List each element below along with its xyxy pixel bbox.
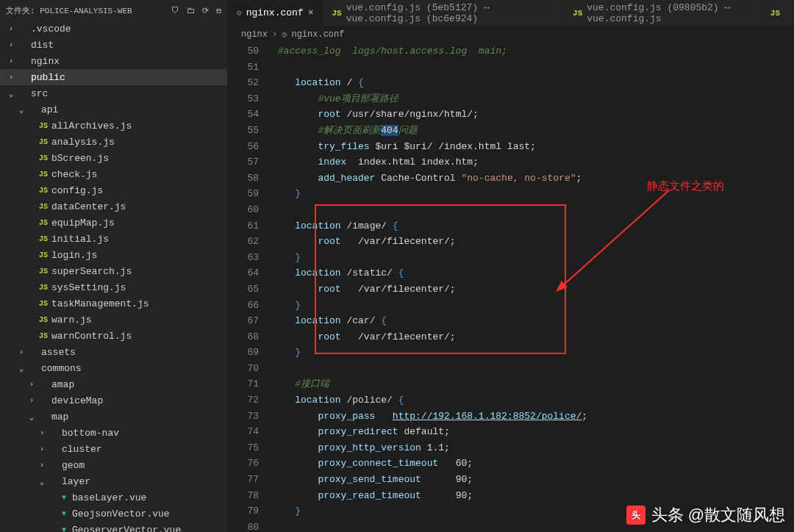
editor-tab[interactable]: ⚙nginx.conf× bbox=[228, 0, 323, 26]
editor-tab[interactable]: JSvue.config.js (5eb5127) ↔ vue.config.j… bbox=[323, 0, 564, 26]
line-number: 79 bbox=[228, 503, 259, 520]
line-number: 57 bbox=[228, 154, 259, 170]
code-line[interactable]: location /police/ { bbox=[272, 392, 794, 409]
code-line[interactable]: location /image/ { bbox=[272, 218, 794, 234]
tree-item[interactable]: ⌄map bbox=[0, 409, 227, 425]
code-line[interactable]: root /usr/share/nginx/html/; bbox=[272, 107, 794, 123]
code-line[interactable]: index index.html index.htm; bbox=[272, 154, 794, 170]
code-line[interactable]: location /static/ { bbox=[272, 265, 794, 281]
line-number: 53 bbox=[228, 91, 259, 107]
tree-item[interactable]: ›public bbox=[0, 69, 227, 85]
tree-item[interactable]: ›cluster bbox=[0, 441, 227, 457]
code-line[interactable] bbox=[272, 361, 794, 377]
code-line[interactable] bbox=[272, 60, 794, 76]
code-line[interactable]: #vue项目部署路径 bbox=[272, 91, 794, 107]
js-file-icon: JS bbox=[770, 9, 780, 18]
tree-item[interactable]: JSwarn.js bbox=[0, 312, 227, 328]
tree-item[interactable]: ›geom bbox=[0, 457, 227, 473]
tree-item[interactable]: JSlogin.js bbox=[0, 247, 227, 263]
tree-item[interactable]: JSallArchives.js bbox=[0, 118, 227, 134]
sidebar-actions: ⛉ 🗀 ⟳ ⊟ bbox=[171, 6, 221, 15]
code-line[interactable]: proxy_pass http://192.168.1.182:8852/pol… bbox=[272, 409, 794, 425]
tab-label: vue.config.js (09805b2) ↔ vue.config.js bbox=[587, 2, 752, 24]
code-line[interactable]: #access_log logs/host.access.log main; bbox=[272, 43, 794, 60]
line-number: 64 bbox=[228, 265, 259, 281]
tree-item[interactable]: ⌄commons bbox=[0, 360, 227, 376]
code-line[interactable] bbox=[272, 202, 794, 218]
tree-item[interactable]: ▼baseLayer.vue bbox=[0, 489, 227, 506]
tree-item[interactable]: ›amap bbox=[0, 376, 227, 392]
code-line[interactable]: proxy_read_timeout 90; bbox=[272, 488, 794, 504]
tree-item[interactable]: ▼GeoserverVector.vue bbox=[0, 522, 227, 532]
tree-item[interactable]: JScheck.js bbox=[0, 166, 227, 182]
tree-item[interactable]: ›dist bbox=[0, 37, 227, 53]
chevron-icon: ⌄ bbox=[16, 105, 26, 115]
tree-item-label: public bbox=[31, 72, 65, 83]
tree-item[interactable]: JSsuperSearch.js bbox=[0, 263, 227, 279]
tree-item[interactable]: JStaskManagement.js bbox=[0, 295, 227, 312]
tree-item[interactable]: ›bottom-nav bbox=[0, 425, 227, 441]
tree-item[interactable]: JSbScreen.js bbox=[0, 150, 227, 166]
new-file-icon[interactable]: ⛉ bbox=[171, 6, 179, 15]
code-line[interactable]: proxy_http_version 1.1; bbox=[272, 440, 794, 456]
code-line[interactable]: proxy_send_timeout 90; bbox=[272, 472, 794, 488]
code-line[interactable]: } bbox=[272, 250, 794, 266]
code-line[interactable]: #接口端 bbox=[272, 376, 794, 392]
tree-item[interactable]: ›.vscode bbox=[0, 21, 227, 37]
line-number: 61 bbox=[228, 218, 259, 234]
code-line[interactable]: #解决页面刷新404问题 bbox=[272, 123, 794, 139]
refresh-icon[interactable]: ⟳ bbox=[202, 6, 209, 15]
tree-item-label: deviceMap bbox=[51, 395, 103, 406]
code-content[interactable]: #access_log logs/host.access.log main; l… bbox=[272, 43, 794, 532]
code-line[interactable]: location / { bbox=[272, 75, 794, 91]
breadcrumb[interactable]: nginx › ⚙ nginx.conf bbox=[228, 26, 794, 43]
code-line[interactable]: } bbox=[272, 345, 794, 361]
tree-item[interactable]: ⌄src bbox=[0, 85, 227, 101]
new-folder-icon[interactable]: 🗀 bbox=[187, 6, 195, 15]
tree-item[interactable]: ›nginx bbox=[0, 53, 227, 69]
tree-item[interactable]: JSconfig.js bbox=[0, 182, 227, 198]
line-number: 72 bbox=[228, 392, 259, 409]
tree-item[interactable]: JSsysSetting.js bbox=[0, 279, 227, 295]
tree-item[interactable]: JSdataCenter.js bbox=[0, 198, 227, 215]
file-tree[interactable]: ›.vscode›dist›nginx›public⌄src⌄apiJSallA… bbox=[0, 21, 227, 532]
chevron-icon: › bbox=[6, 57, 16, 65]
code-line[interactable]: root /var/filecenter/; bbox=[272, 281, 794, 298]
line-number: 74 bbox=[228, 424, 259, 440]
tree-item-label: taskManagement.js bbox=[51, 298, 149, 309]
tree-item[interactable]: ▼GeojsonVector.vue bbox=[0, 506, 227, 522]
editor-tab[interactable]: JSvue.config.js (09805b2) ↔ vue.config.j… bbox=[564, 0, 762, 26]
line-number: 56 bbox=[228, 139, 259, 155]
code-line[interactable]: proxy_connect_timeout 60; bbox=[272, 456, 794, 472]
close-icon[interactable]: × bbox=[308, 7, 314, 18]
code-line[interactable]: location /car/ { bbox=[272, 313, 794, 329]
vue-file-icon: ▼ bbox=[57, 510, 71, 518]
code-line[interactable]: proxy_redirect default; bbox=[272, 424, 794, 440]
editor-tab[interactable]: JS bbox=[762, 0, 794, 26]
code-line[interactable]: } bbox=[272, 298, 794, 314]
chevron-icon: › bbox=[6, 24, 16, 33]
tree-item[interactable]: ⌄api bbox=[0, 101, 227, 118]
vue-file-icon: ▼ bbox=[57, 526, 71, 533]
collapse-icon[interactable]: ⊟ bbox=[216, 6, 221, 15]
tree-item-label: src bbox=[31, 88, 48, 99]
tree-item[interactable]: ›deviceMap bbox=[0, 392, 227, 409]
tree-item[interactable]: JSanalysis.js bbox=[0, 134, 227, 150]
line-number: 76 bbox=[228, 456, 259, 472]
code-line[interactable]: root /var/filecenter/; bbox=[272, 234, 794, 250]
tree-item[interactable]: JSequipMap.js bbox=[0, 215, 227, 231]
tree-item[interactable]: ⌄layer bbox=[0, 473, 227, 489]
tree-item[interactable]: ›assets bbox=[0, 344, 227, 360]
breadcrumb-item[interactable]: nginx bbox=[241, 29, 268, 40]
line-number: 80 bbox=[228, 520, 259, 532]
sidebar-header: 文件夹: POLICE-ANALYSIS-WEB ⛉ 🗀 ⟳ ⊟ bbox=[0, 0, 227, 21]
line-number: 54 bbox=[228, 107, 259, 123]
code-editor[interactable]: 5051525354555657585960616263646566676869… bbox=[228, 43, 794, 532]
breadcrumb-item[interactable]: nginx.conf bbox=[291, 29, 344, 40]
line-number: 75 bbox=[228, 440, 259, 456]
code-line[interactable]: try_files $uri $uri/ /index.html last; bbox=[272, 139, 794, 155]
tree-item[interactable]: JSwarnControl.js bbox=[0, 328, 227, 344]
file-explorer-sidebar: 文件夹: POLICE-ANALYSIS-WEB ⛉ 🗀 ⟳ ⊟ ›.vscod… bbox=[0, 0, 228, 532]
code-line[interactable]: root /var/filecenter/; bbox=[272, 329, 794, 345]
tree-item[interactable]: JSinitial.js bbox=[0, 231, 227, 247]
